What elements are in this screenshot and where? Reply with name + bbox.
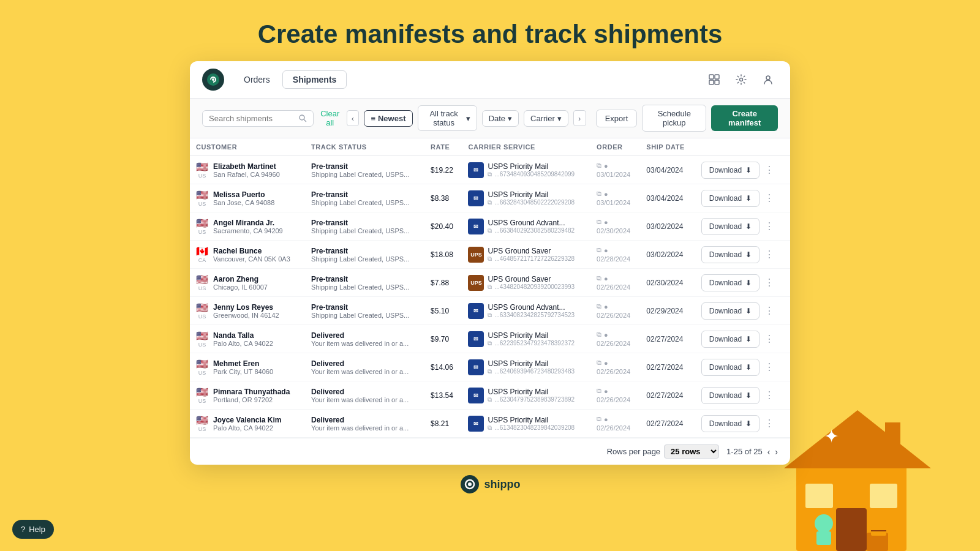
- order-copy-icon[interactable]: ⧉: [597, 218, 601, 226]
- user-icon-btn[interactable]: [758, 70, 778, 89]
- carrier-icon: ✉: [468, 219, 484, 234]
- ship-date: 02/27/2024: [640, 381, 695, 410]
- carrier-name: USPS Priority Mail: [488, 359, 575, 368]
- brand-name-footer: shippo: [484, 478, 521, 491]
- copy-icon[interactable]: ⧉: [488, 255, 492, 263]
- download-button[interactable]: Download ⬇: [701, 246, 760, 263]
- order-copy-icon[interactable]: ⧉: [597, 190, 601, 198]
- copy-icon[interactable]: ⧉: [488, 199, 492, 206]
- order-track-icon: ●: [604, 388, 608, 395]
- more-options-button[interactable]: ⋮: [762, 302, 777, 319]
- download-button[interactable]: Download ⬇: [701, 387, 760, 404]
- more-options-button[interactable]: ⋮: [762, 162, 777, 178]
- download-label: Download: [709, 419, 742, 428]
- copy-icon[interactable]: ⧉: [488, 368, 492, 375]
- status-cell: Pre-transit Shipping Label Created, USPS…: [305, 156, 424, 184]
- help-button[interactable]: ? Help: [12, 520, 54, 539]
- carrier-name: USPS Priority Mail: [488, 190, 575, 199]
- rate-cell: $8.21: [424, 410, 462, 438]
- grid-icon-btn[interactable]: [704, 70, 724, 89]
- download-button[interactable]: Download ⬇: [701, 190, 760, 207]
- status-sub: Shipping Label Created, USPS...: [311, 227, 418, 234]
- page-title: Create manifests and track shipments: [0, 0, 980, 61]
- filter-track-btn[interactable]: All track status ▾: [418, 105, 477, 131]
- more-options-button[interactable]: ⋮: [762, 274, 777, 291]
- more-options-button[interactable]: ⋮: [762, 246, 777, 263]
- download-icon: ⬇: [745, 166, 752, 174]
- order-copy-icon[interactable]: ⧉: [597, 162, 601, 170]
- download-label: Download: [709, 307, 742, 315]
- ship-date: 02/27/2024: [640, 353, 695, 381]
- download-button[interactable]: Download ⬇: [701, 162, 760, 179]
- filter-carrier-btn[interactable]: Carrier ▾: [524, 110, 568, 127]
- download-label: Download: [709, 222, 742, 231]
- download-button[interactable]: Download ⬇: [701, 302, 760, 320]
- more-options-button[interactable]: ⋮: [762, 331, 777, 347]
- customer-address: Palo Alto, CA 94022: [213, 340, 273, 347]
- search-input[interactable]: [209, 114, 295, 123]
- order-copy-icon[interactable]: ⧉: [597, 359, 601, 367]
- prev-filter-btn[interactable]: ‹: [347, 110, 360, 126]
- filter-date-btn[interactable]: Date ▾: [482, 110, 519, 127]
- download-button[interactable]: Download ⬇: [701, 218, 760, 235]
- download-button[interactable]: Download ⬇: [701, 415, 760, 432]
- copy-icon[interactable]: ⧉: [488, 396, 492, 403]
- download-button[interactable]: Download ⬇: [701, 359, 760, 376]
- filter-newest-btn[interactable]: ≡ Newest: [364, 110, 412, 127]
- order-copy-icon[interactable]: ⧉: [597, 387, 601, 395]
- order-track-icon: ●: [604, 247, 608, 254]
- export-button[interactable]: Export: [596, 110, 638, 127]
- order-copy-icon[interactable]: ⧉: [597, 331, 601, 339]
- more-options-button[interactable]: ⋮: [762, 218, 777, 234]
- copy-icon[interactable]: ⧉: [488, 312, 492, 319]
- table-row: 🇺🇸 US Melissa Puerto San Jose, CA 94088 …: [190, 184, 790, 212]
- prev-page-button[interactable]: ‹: [767, 447, 771, 457]
- clear-all-button[interactable]: Clear all: [318, 109, 342, 127]
- copy-icon[interactable]: ⧉: [488, 283, 492, 291]
- col-rate: Rate: [424, 138, 462, 156]
- copy-icon[interactable]: ⧉: [488, 171, 492, 178]
- status-sub: Shipping Label Created, USPS...: [311, 255, 418, 263]
- customer-cell: 🇺🇸 US Elizabeth Martinet San Rafael, CA …: [190, 156, 305, 184]
- copy-icon[interactable]: ⧉: [488, 340, 492, 347]
- page-nav: 1-25 of 25 ‹ ›: [726, 447, 778, 457]
- next-page-button[interactable]: ›: [775, 447, 778, 457]
- order-cell: ⧉ ● 02/26/2024: [590, 269, 640, 297]
- tracking-number: ...6632843048502222029208: [494, 199, 575, 206]
- tab-orders[interactable]: Orders: [234, 70, 280, 89]
- more-options-button[interactable]: ⋮: [762, 359, 777, 375]
- carrier-name: USPS Priority Mail: [488, 388, 575, 396]
- schedule-pickup-button[interactable]: Schedule pickup: [642, 105, 706, 132]
- customer-cell: 🇺🇸 US Angel Miranda Jr. Sacramento, CA 9…: [190, 212, 305, 241]
- order-copy-icon[interactable]: ⧉: [597, 415, 601, 423]
- flag-icon: 🇺🇸: [196, 162, 208, 172]
- status-sub: Shipping Label Created, USPS...: [311, 312, 418, 319]
- customer-cell: 🇺🇸 US Mehmet Eren Park City, UT 84060: [190, 353, 305, 381]
- flag-icon: 🇺🇸: [196, 218, 208, 228]
- download-button[interactable]: Download ⬇: [701, 331, 760, 348]
- table-row: 🇺🇸 US Jenny Los Reyes Greenwood, IN 4614…: [190, 297, 790, 325]
- rate-cell: $13.54: [424, 381, 462, 410]
- chevron-down-icon: ▾: [466, 114, 470, 123]
- next-filter-btn[interactable]: ›: [573, 110, 586, 126]
- more-options-button[interactable]: ⋮: [762, 190, 777, 206]
- gear-icon-btn[interactable]: [731, 70, 751, 89]
- ship-date: 03/04/2024: [640, 184, 695, 212]
- order-track-icon: ●: [604, 416, 608, 423]
- copy-icon[interactable]: ⧉: [488, 424, 492, 432]
- tab-shipments[interactable]: Shipments: [282, 70, 347, 89]
- more-options-button[interactable]: ⋮: [762, 387, 777, 403]
- rate-cell: $8.38: [424, 184, 462, 212]
- order-copy-icon[interactable]: ⧉: [597, 246, 601, 254]
- order-copy-icon[interactable]: ⧉: [597, 274, 601, 282]
- rows-select[interactable]: 25 rows 50 rows 100 rows: [664, 444, 719, 459]
- download-button[interactable]: Download ⬇: [701, 274, 760, 291]
- order-copy-icon[interactable]: ⧉: [597, 302, 601, 310]
- table-row: 🇺🇸 US Mehmet Eren Park City, UT 84060 De…: [190, 353, 790, 381]
- create-manifest-button[interactable]: Create manifest: [711, 105, 778, 131]
- copy-icon[interactable]: ⧉: [488, 227, 492, 234]
- carrier-cell: ✉ USPS Priority Mail ⧉ ...62239523479234…: [462, 325, 590, 353]
- svg-point-6: [740, 78, 743, 81]
- more-options-button[interactable]: ⋮: [762, 415, 777, 432]
- status-sub: Shipping Label Created, USPS...: [311, 283, 418, 291]
